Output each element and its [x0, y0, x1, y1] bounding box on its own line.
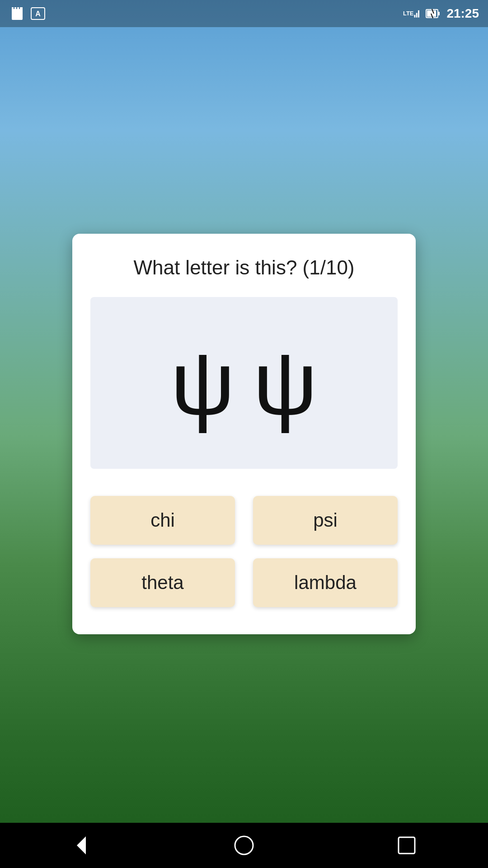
svg-rect-2 [14, 7, 16, 10]
svg-rect-9 [416, 13, 418, 18]
answer-lambda-button[interactable]: lambda [253, 558, 398, 607]
navigation-bar [0, 823, 488, 868]
answer-psi-button[interactable]: psi [253, 496, 398, 545]
svg-rect-13 [438, 12, 440, 15]
answer-chi-button[interactable]: chi [90, 496, 235, 545]
svg-rect-8 [414, 15, 416, 18]
svg-rect-10 [418, 10, 419, 18]
sd-card-icon [9, 5, 25, 22]
status-bar: A LTE 21:25 [0, 0, 488, 27]
recents-button[interactable] [391, 830, 422, 861]
battery-icon [425, 5, 441, 22]
status-right-icons: LTE 21:25 [403, 5, 479, 22]
quiz-dialog: What letter is this? (1/10) ψ ψ chi psi … [72, 234, 416, 634]
svg-rect-18 [399, 837, 415, 854]
home-button[interactable] [228, 830, 260, 861]
svg-point-17 [235, 836, 253, 854]
svg-rect-1 [12, 7, 14, 11]
answer-grid: chi psi theta lambda [90, 496, 398, 607]
lte-icon: LTE [403, 5, 419, 22]
svg-text:A: A [35, 10, 41, 18]
back-button[interactable] [66, 830, 97, 861]
answer-theta-button[interactable]: theta [90, 558, 235, 607]
status-left-icons: A [9, 5, 46, 22]
svg-rect-4 [20, 7, 23, 10]
question-title: What letter is this? (1/10) [90, 256, 398, 279]
keyboard-icon: A [30, 5, 46, 22]
svg-text:LTE: LTE [403, 10, 414, 17]
greek-symbol-left: ψ [170, 338, 235, 428]
svg-rect-3 [17, 7, 19, 11]
svg-marker-16 [77, 836, 86, 854]
greek-symbol-right: ψ [253, 338, 318, 428]
status-time: 21:25 [446, 6, 479, 21]
symbol-display-area: ψ ψ [90, 297, 398, 469]
